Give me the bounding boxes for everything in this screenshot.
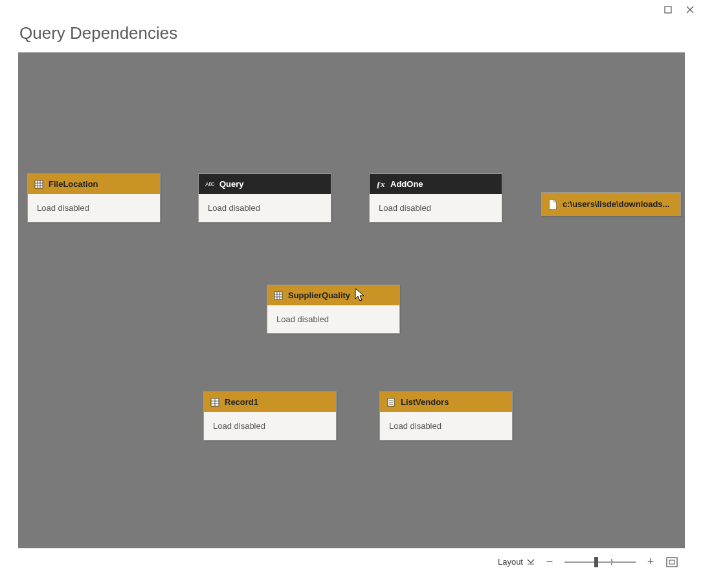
window-title: Query Dependencies (0, 19, 703, 52)
dependency-canvas[interactable]: FileLocation Load disabled ABC Query Loa… (18, 52, 685, 548)
slider-thumb[interactable] (594, 557, 598, 567)
node-header: c:\users\lisde\downloads... (542, 193, 680, 215)
node-header: FileLocation (28, 174, 160, 194)
slider-tick (611, 559, 612, 565)
node-header: ListVendors (380, 392, 512, 412)
node-status: Load disabled (204, 412, 336, 440)
zoom-slider[interactable] (564, 556, 636, 569)
node-filepath[interactable]: c:\users\lisde\downloads... (541, 192, 681, 216)
layout-button[interactable]: Layout (498, 557, 535, 567)
node-status: Load disabled (267, 305, 399, 333)
list-icon (386, 398, 396, 407)
svg-rect-0 (665, 6, 671, 13)
chevron-down-icon (527, 557, 535, 567)
node-status: Load disabled (380, 412, 512, 440)
node-header: ƒx AddOne (370, 174, 502, 194)
node-title: SupplierQuality (288, 290, 350, 300)
svg-rect-3 (35, 180, 43, 188)
node-header: SupplierQuality (267, 285, 399, 305)
bottom-toolbar: Layout − + (18, 548, 685, 575)
node-status: Load disabled (199, 194, 331, 222)
record-icon (210, 398, 219, 407)
node-header: Record1 (204, 392, 336, 412)
node-title: ListVendors (401, 397, 449, 407)
layout-label: Layout (498, 557, 523, 567)
node-addone[interactable]: ƒx AddOne Load disabled (369, 173, 502, 223)
node-record1[interactable]: Record1 Load disabled (203, 391, 337, 441)
node-title: FileLocation (49, 179, 98, 189)
node-title: c:\users\lisde\downloads... (563, 199, 669, 209)
text-icon: ABC (205, 180, 214, 189)
fit-to-screen-button[interactable] (665, 556, 678, 569)
close-button[interactable] (682, 2, 698, 17)
svg-rect-8 (274, 292, 282, 299)
slider-track (564, 561, 636, 563)
node-status: Load disabled (28, 194, 160, 222)
node-header: ABC Query (199, 174, 331, 194)
titlebar (0, 0, 703, 19)
node-title: Record1 (225, 397, 258, 407)
table-icon (274, 291, 283, 300)
zoom-in-button[interactable]: + (645, 556, 656, 568)
function-icon: ƒx (376, 180, 385, 189)
node-title: Query (219, 179, 244, 189)
node-filelocation[interactable]: FileLocation Load disabled (27, 173, 161, 223)
node-supplierquality[interactable]: SupplierQuality Load disabled (267, 285, 400, 334)
node-query[interactable]: ABC Query Load disabled (198, 173, 331, 223)
zoom-out-button[interactable]: − (544, 556, 555, 568)
node-title: AddOne (390, 179, 423, 189)
maximize-button[interactable] (660, 2, 676, 17)
table-icon (34, 180, 43, 189)
svg-rect-23 (669, 560, 675, 564)
file-icon (548, 200, 557, 209)
node-listvendors[interactable]: ListVendors Load disabled (379, 391, 513, 441)
node-status: Load disabled (370, 194, 502, 222)
svg-rect-22 (667, 558, 677, 567)
